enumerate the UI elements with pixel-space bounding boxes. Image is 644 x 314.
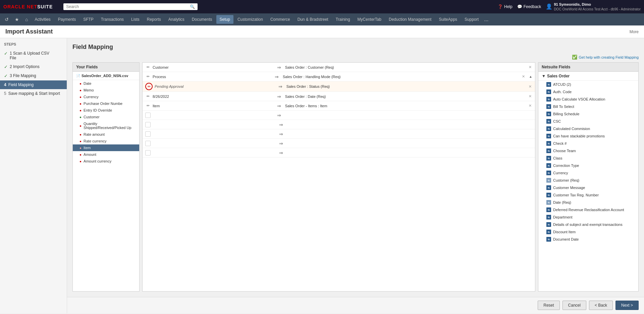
- nav-reports[interactable]: Reports: [144, 15, 164, 24]
- edit-btn-5[interactable]: ✏: [145, 103, 151, 109]
- content-area: Field Mapping ✅ Get help with creating F…: [67, 38, 644, 313]
- field-item-rate-currency[interactable]: ● Rate currency: [73, 138, 139, 144]
- ns-item-bill-to[interactable]: N Bill To Select: [538, 103, 638, 110]
- nav-transactions[interactable]: Transactions: [98, 15, 127, 24]
- nav-deduction-management[interactable]: Deduction Management: [385, 15, 435, 24]
- edit-btn-2[interactable]: ✏: [145, 74, 151, 79]
- ns-item-details-subject[interactable]: N Details of subject and exempt transact…: [538, 221, 638, 228]
- ns-item-stackable[interactable]: N Can have stackable promotions: [538, 132, 638, 140]
- ns-item-correction-type[interactable]: N Correction Type: [538, 162, 638, 169]
- ns-item-date-req[interactable]: N Date (Req): [538, 199, 638, 206]
- ns-item-doc-date[interactable]: N Document Date: [538, 236, 638, 243]
- ns-item-csc[interactable]: N CSC: [538, 118, 638, 125]
- ns-item-department[interactable]: N Department: [538, 213, 638, 221]
- ns-item-currency[interactable]: N Currency: [538, 169, 638, 177]
- ns-item-discount[interactable]: N Discount Item: [538, 228, 638, 236]
- field-item-customer[interactable]: ● Customer: [73, 114, 139, 120]
- help-link[interactable]: ✅ Get help with creating Field Mapping: [72, 55, 639, 60]
- step-3[interactable]: ✓ 3 File Mapping: [0, 71, 67, 80]
- checkbox-8[interactable]: [145, 131, 151, 137]
- nav-lists[interactable]: Lists: [128, 15, 143, 24]
- field-rate-amount-icon: ●: [79, 133, 82, 136]
- ns-date-req-icon: N: [546, 200, 551, 205]
- ns-item-atcud[interactable]: N ATCUD (2): [538, 81, 638, 88]
- ns-item-customer-req[interactable]: N Customer (Req): [538, 177, 638, 184]
- checkbox-6[interactable]: [145, 113, 151, 118]
- nav-analytics[interactable]: Analytics: [165, 15, 188, 24]
- next-button[interactable]: Next >: [615, 301, 639, 310]
- field-item-amount-currency[interactable]: ● Amount currency: [73, 158, 139, 165]
- nav-training[interactable]: Training: [332, 15, 354, 24]
- reset-button[interactable]: Reset: [538, 301, 559, 310]
- ns-item-calc-commission[interactable]: N Calculated Commision: [538, 125, 638, 132]
- ns-item-check[interactable]: N Check #: [538, 140, 638, 147]
- field-item-item[interactable]: ● Item: [73, 144, 139, 151]
- nav-documents[interactable]: Documents: [189, 15, 216, 24]
- close-btn-1[interactable]: ✕: [528, 65, 532, 70]
- feedback-button[interactable]: 💬 Feedback: [517, 4, 541, 9]
- nav-activities[interactable]: Activities: [31, 15, 54, 24]
- checkbox-7[interactable]: [145, 122, 151, 127]
- close-btn-5[interactable]: ✕: [528, 104, 532, 108]
- close-btn-2[interactable]: ✕: [521, 74, 526, 79]
- close-btn-3[interactable]: ✕: [528, 84, 532, 89]
- edit-btn-4[interactable]: ✏: [145, 94, 151, 99]
- field-item-amount[interactable]: ● Amount: [73, 151, 139, 158]
- nav-commerce[interactable]: Commerce: [267, 15, 293, 24]
- field-item-po-number[interactable]: ● Purchase Order Numbe: [73, 100, 139, 107]
- back-button[interactable]: < Back: [589, 301, 613, 310]
- nav-payments[interactable]: Payments: [55, 15, 79, 24]
- nav-bar: ↺ ★ ⌂ Activities Payments SFTP Transacti…: [0, 13, 644, 25]
- checkbox-10[interactable]: [145, 150, 151, 155]
- field-item-date[interactable]: ● Date: [73, 80, 139, 87]
- step-4[interactable]: 4 Field Mapping: [0, 80, 67, 89]
- ns-item-customer-tax[interactable]: N Customer Tax Reg. Number: [538, 191, 638, 199]
- ns-category-sales-order[interactable]: ▼ Sales Order: [538, 72, 638, 81]
- field-item-entry-id[interactable]: ● Entry ID Override: [73, 107, 139, 114]
- arrow-5: ⇒: [275, 103, 283, 109]
- mapping-area: Your Fields 📄 SalesOrder_ADD_NSN.csv ● D…: [72, 62, 639, 292]
- nav-refresh-icon[interactable]: ↺: [2, 15, 11, 24]
- nav-more-icon[interactable]: ...: [484, 16, 488, 22]
- close-btn-6: [528, 113, 532, 118]
- nav-home-icon[interactable]: ⌂: [22, 15, 31, 24]
- ns-item-auto-calc[interactable]: N Auto Calculate VSOE Allocation: [538, 96, 638, 103]
- nav-setup[interactable]: Setup: [216, 15, 233, 24]
- scroll-up-icon-2[interactable]: ▲: [529, 75, 532, 78]
- ns-check-icon: N: [546, 141, 551, 146]
- field-item-qty[interactable]: ● Quantity Shipped/Received/Picked Up: [73, 120, 139, 131]
- ns-class-icon: N: [546, 156, 551, 161]
- field-po-icon: ●: [79, 102, 82, 106]
- field-item-rate-amount[interactable]: ● Rate amount: [73, 131, 139, 138]
- help-button[interactable]: ❓ Help: [498, 4, 513, 9]
- ns-item-choose-team[interactable]: N Choose Team: [538, 147, 638, 154]
- nav-sftp[interactable]: SFTP: [80, 15, 97, 24]
- edit-btn-1[interactable]: ✏: [145, 65, 151, 70]
- more-link[interactable]: More: [630, 29, 639, 34]
- field-item-currency[interactable]: ● Currency: [73, 93, 139, 100]
- edit-btn-circle-3[interactable]: ✏: [145, 83, 153, 90]
- checkbox-9[interactable]: [145, 141, 151, 146]
- step-5[interactable]: 5 Save mapping & Start Import: [0, 89, 67, 98]
- nav-dun-bradstreet[interactable]: Dun & Bradstreet: [294, 15, 332, 24]
- user-info[interactable]: 👤 91 Symeonidis, Dimo DOC OneWorld All A…: [546, 2, 641, 11]
- steps-label: STEPS: [0, 42, 67, 49]
- step-1[interactable]: ✓ 1 Scan & Upload CSVFile: [0, 49, 67, 62]
- cancel-button[interactable]: Cancel: [562, 301, 586, 310]
- ns-item-deferred-rev[interactable]: N Deferred Revenue Reclassification Acco…: [538, 206, 638, 213]
- close-btn-4[interactable]: ✕: [528, 94, 532, 99]
- search-bar[interactable]: 🔍: [63, 3, 198, 10]
- nav-mycentertab[interactable]: MyCenterTab: [354, 15, 385, 24]
- nav-support[interactable]: Support: [461, 15, 482, 24]
- ns-item-class[interactable]: N Class: [538, 154, 638, 162]
- ns-item-billing-schedule[interactable]: N Billing Schedule: [538, 110, 638, 118]
- ns-item-customer-msg[interactable]: N Customer Message: [538, 184, 638, 191]
- nav-suiteapps[interactable]: SuiteApps: [435, 15, 461, 24]
- search-input[interactable]: [66, 4, 188, 9]
- field-item-memo[interactable]: ● Memo: [73, 87, 139, 93]
- ns-item-auth-code[interactable]: N Auth. Code: [538, 88, 638, 96]
- step-2[interactable]: ✓ 2 Import Options: [0, 62, 67, 71]
- nav-star-icon[interactable]: ★: [12, 15, 22, 24]
- arrow-6: ⇒: [275, 113, 283, 118]
- nav-customization[interactable]: Customization: [234, 15, 266, 24]
